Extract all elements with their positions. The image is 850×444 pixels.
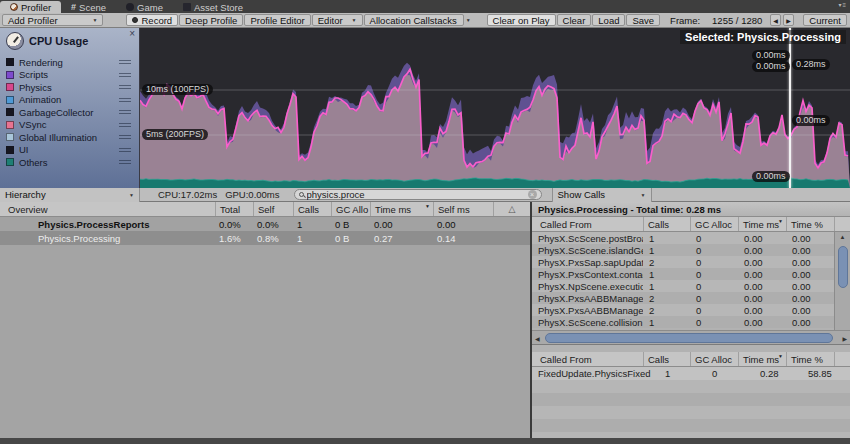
- show-calls-dropdown[interactable]: Show Calls ▼: [552, 188, 652, 202]
- column-time-ms[interactable]: Time ms ▼: [370, 202, 433, 216]
- legend-item-scripts[interactable]: Scripts: [6, 69, 139, 82]
- profile-editor-button[interactable]: Profile Editor: [244, 14, 310, 26]
- tab-scene[interactable]: # Scene: [61, 1, 116, 13]
- drag-handle-icon[interactable]: [119, 98, 131, 102]
- deep-profile-button[interactable]: Deep Profile: [179, 14, 243, 26]
- vertical-scrollbar[interactable]: ▲ ▼: [834, 232, 850, 345]
- legend-item-others[interactable]: Others: [6, 156, 139, 169]
- chevron-down-icon: ▼: [129, 192, 134, 198]
- drag-handle-icon[interactable]: [119, 110, 131, 114]
- column-self[interactable]: Self: [253, 202, 293, 216]
- cpu-time: CPU:17.02ms: [158, 189, 217, 200]
- window-menu-icon[interactable]: ▾≡: [838, 1, 847, 8]
- table-row[interactable]: PhysX.ScScene.collision100.000.00: [532, 316, 834, 328]
- clear-on-play-button[interactable]: Clear on Play: [487, 14, 556, 26]
- column-time-ms[interactable]: Time ms ▼: [738, 217, 786, 231]
- legend-item-ui[interactable]: UI: [6, 144, 139, 157]
- profiler-window: Profiler # Scene Game Asset Store ▾≡ Add…: [0, 0, 850, 444]
- column-time-ms[interactable]: Time ms ▼: [738, 352, 786, 366]
- table-row[interactable]: PhysX.PxsContext.contact100.000.00: [532, 268, 834, 280]
- legend-item-garbagecollector[interactable]: GarbageCollector: [6, 106, 139, 119]
- legend-label: Animation: [19, 94, 114, 105]
- scroll-right-icon[interactable]: ▶: [842, 335, 847, 342]
- record-button[interactable]: Record: [126, 14, 178, 26]
- drag-handle-icon[interactable]: [119, 135, 131, 139]
- search-input[interactable]: physics.proce ×: [294, 189, 542, 200]
- table-row[interactable]: PhysX.NpScene.execution100.000.00: [532, 280, 834, 292]
- marker-label: 0.28ms: [792, 59, 830, 70]
- legend-color-chip: [6, 108, 14, 116]
- scene-icon: #: [71, 3, 76, 11]
- overview-header-row: Overview Total Self Calls GC Allo Time m…: [0, 202, 530, 217]
- drag-handle-icon[interactable]: [119, 148, 131, 152]
- tab-game[interactable]: Game: [116, 1, 173, 13]
- table-row[interactable]: PhysX.PxsAABBManager.a200.000.00: [532, 292, 834, 304]
- save-button[interactable]: Save: [626, 14, 660, 26]
- legend-item-animation[interactable]: Animation: [6, 94, 139, 107]
- drag-handle-icon[interactable]: [119, 160, 131, 164]
- next-frame-button[interactable]: ▶: [783, 14, 794, 26]
- column-time-pct[interactable]: Time %: [786, 217, 834, 231]
- allocation-callstacks-dropdown[interactable]: Allocation Callstacks ▼: [364, 14, 464, 26]
- column-calls[interactable]: Calls: [293, 202, 331, 216]
- column-called-from[interactable]: Called From: [532, 352, 643, 366]
- column-gc-alloc[interactable]: GC Allo: [331, 202, 370, 216]
- cpu-usage-chart[interactable]: 10ms (100FPS) 5ms (200FPS) 0.00ms 0.00ms…: [140, 28, 850, 188]
- tab-label: Game: [137, 2, 163, 13]
- clear-button[interactable]: Clear: [557, 14, 592, 26]
- gridline-label-10ms: 10ms (100FPS): [142, 84, 213, 95]
- scroll-up-icon[interactable]: ▲: [835, 234, 850, 240]
- table-row[interactable]: Physics.ProcessReports 0.0% 0.0% 1 0 B 0…: [0, 217, 530, 231]
- legend-item-physics[interactable]: Physics: [6, 81, 139, 94]
- tab-asset-store[interactable]: Asset Store: [173, 1, 253, 13]
- editor-dropdown[interactable]: Editor ▼: [312, 14, 363, 26]
- column-overview[interactable]: Overview: [0, 202, 215, 216]
- add-profiler-dropdown[interactable]: Add Profiler ▼: [2, 14, 103, 26]
- table-row[interactable]: PhysX.ScScene.islandGen100.000.00: [532, 244, 834, 256]
- prev-frame-button[interactable]: ◀: [770, 14, 781, 26]
- legend-label: Physics: [19, 82, 114, 93]
- tab-profiler[interactable]: Profiler: [0, 1, 61, 13]
- close-icon[interactable]: ×: [129, 30, 135, 38]
- cpu-usage-icon: [6, 32, 24, 50]
- legend-item-rendering[interactable]: Rendering: [6, 56, 139, 69]
- marker-label: 0.00ms: [792, 115, 830, 126]
- column-gc-alloc[interactable]: GC Alloc: [690, 352, 738, 366]
- column-warnings[interactable]: △: [493, 202, 530, 216]
- chevron-down-icon: ▼: [466, 17, 471, 23]
- legend-item-vsync[interactable]: VSync: [6, 119, 139, 132]
- column-calls[interactable]: Calls: [643, 217, 690, 231]
- sort-arrow-icon: ▼: [425, 203, 430, 209]
- column-self-ms[interactable]: Self ms: [433, 202, 493, 216]
- column-total[interactable]: Total: [215, 202, 253, 216]
- drag-handle-icon[interactable]: [119, 60, 131, 64]
- table-row[interactable]: PhysX.ScScene.postBroad100.000.00: [532, 232, 834, 244]
- column-time-pct[interactable]: Time %: [786, 352, 834, 366]
- load-button[interactable]: Load: [592, 14, 625, 26]
- column-gc-alloc[interactable]: GC Alloc: [690, 217, 738, 231]
- table-row[interactable]: PhysX.PxsAABBManager.a200.000.00: [532, 304, 834, 316]
- drag-handle-icon[interactable]: [119, 85, 131, 89]
- table-row-selected[interactable]: Physics.Processing 1.6% 0.8% 1 0 B 0.27 …: [0, 231, 530, 245]
- asset-store-icon: [183, 3, 191, 11]
- drag-handle-icon[interactable]: [119, 73, 131, 77]
- clear-search-icon[interactable]: ×: [528, 190, 537, 199]
- profiler-detail-area: Overview Total Self Calls GC Allo Time m…: [0, 202, 850, 438]
- drag-handle-icon[interactable]: [119, 123, 131, 127]
- panel-title: CPU Usage: [29, 35, 88, 47]
- scrollbar-thumb[interactable]: [545, 333, 833, 343]
- table-row[interactable]: FixedUpdate.PhysicsFixed 1 0 0.28 58.85: [532, 367, 850, 380]
- table-row[interactable]: PhysX.PxsSap.sapUpdate200.000.00: [532, 256, 834, 268]
- view-mode-dropdown[interactable]: Hierarchy ▼: [0, 188, 140, 202]
- profiler-toolbar: Add Profiler ▼ Record Deep Profile Profi…: [0, 13, 850, 28]
- profiler-icon: [10, 3, 18, 11]
- horizontal-scrollbar[interactable]: ◀ ▶: [532, 330, 850, 345]
- column-calls[interactable]: Calls: [643, 352, 690, 366]
- scroll-left-icon[interactable]: ◀: [535, 335, 540, 342]
- sort-arrow-icon: ▼: [778, 218, 783, 224]
- marker-label: 0.00ms: [752, 50, 790, 61]
- legend-item-global-illumination[interactable]: Global Illumination: [6, 131, 139, 144]
- current-frame-button[interactable]: Current: [803, 14, 847, 26]
- scrollbar-thumb[interactable]: [838, 246, 848, 288]
- column-called-from[interactable]: Called From: [532, 217, 643, 231]
